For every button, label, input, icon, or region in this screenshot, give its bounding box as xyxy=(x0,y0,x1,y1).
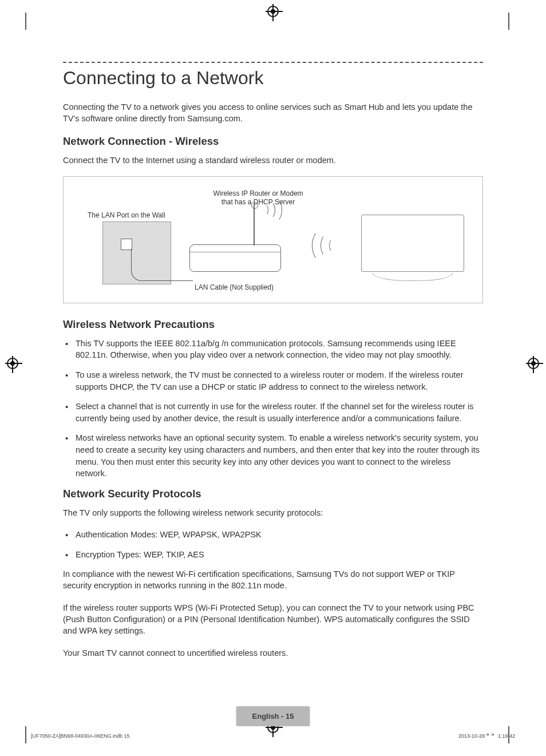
crop-mark xyxy=(25,13,26,30)
security-paragraph: In compliance with the newest Wi-Fi cert… xyxy=(63,568,483,592)
security-intro: The TV only supports the following wirel… xyxy=(63,507,483,518)
list-item: This TV supports the IEEE 802.11a/b/g /n… xyxy=(63,338,483,361)
list-item: Authentication Modes: WEP, WPAPSK, WPA2P… xyxy=(63,529,483,541)
section-heading-security: Network Security Protocols xyxy=(63,488,483,500)
wireless-diagram: Wireless IP Router or Modem that has a D… xyxy=(63,176,483,303)
intro-paragraph: Connecting the TV to a network gives you… xyxy=(63,101,483,125)
crop-mark xyxy=(25,726,26,743)
title-rule xyxy=(63,62,483,63)
footer-filename: [UF7050-ZA]BN68-04930A-06ENG.indb 15 xyxy=(31,733,130,739)
registration-mark-icon xyxy=(7,358,18,369)
precautions-list: This TV supports the IEEE 802.11a/b/g /n… xyxy=(63,338,483,480)
section-heading-wireless: Network Connection - Wireless xyxy=(63,135,483,148)
page-number-badge: English - 15 xyxy=(236,706,310,726)
lan-jack-icon xyxy=(121,239,132,250)
list-item: Most wireless networks have an optional … xyxy=(63,432,483,479)
tv-icon xyxy=(361,215,464,283)
footer-timestamp: 2013-10-28 ᄆᄆ 1:19:42 xyxy=(458,733,515,739)
router-icon xyxy=(189,244,281,272)
crop-mark xyxy=(508,13,509,30)
diagram-cable-label: LAN Cable (Not Supplied) xyxy=(177,283,291,292)
protocols-list: Authentication Modes: WEP, WPAPSK, WPA2P… xyxy=(63,529,483,560)
antenna-icon xyxy=(254,204,255,246)
page-content: Connecting to a Network Connecting the T… xyxy=(63,62,483,669)
list-item: Encryption Types: WEP, TKIP, AES xyxy=(63,549,483,561)
lan-cable-icon xyxy=(131,249,193,281)
diagram-router-label: Wireless IP Router or Modem that has a D… xyxy=(207,189,310,207)
security-paragraph: If the wireless router supports WPS (Wi-… xyxy=(63,602,483,637)
section-heading-precautions: Wireless Network Precautions xyxy=(63,318,483,331)
security-paragraph: Your Smart TV cannot connect to uncertif… xyxy=(63,647,483,659)
registration-mark-icon xyxy=(528,358,539,369)
diagram-wall-label: The LAN Port on the Wall xyxy=(88,211,179,220)
list-item: Select a channel that is not currently i… xyxy=(63,401,483,424)
section-intro-wireless: Connect the TV to the Internet using a s… xyxy=(63,155,483,166)
wireless-waves-icon xyxy=(262,197,288,224)
page-title: Connecting to a Network xyxy=(63,68,483,89)
registration-mark-icon xyxy=(267,6,279,17)
wireless-waves-icon xyxy=(311,232,337,258)
list-item: To use a wireless network, the TV must b… xyxy=(63,369,483,393)
